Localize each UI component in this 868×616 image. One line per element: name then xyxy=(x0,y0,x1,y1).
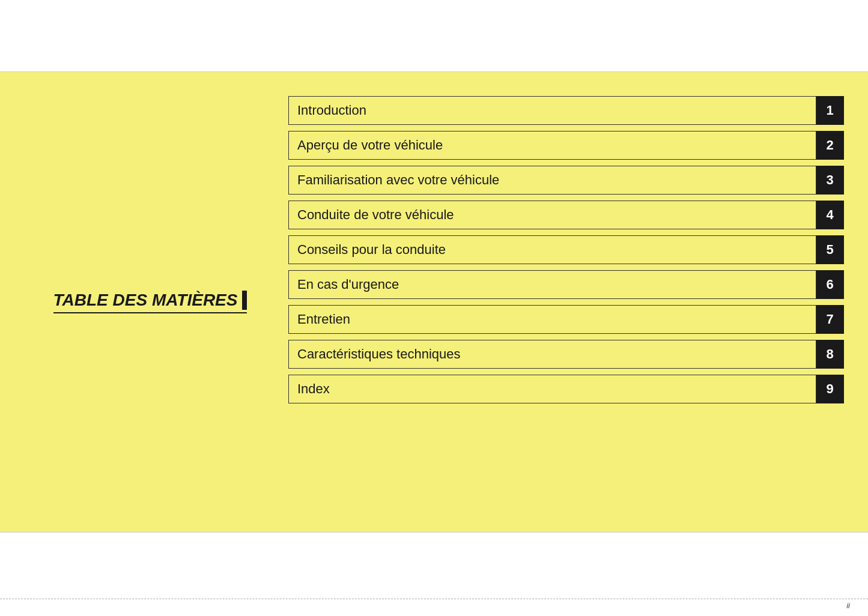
toc-entry-label[interactable]: Introduction xyxy=(288,96,816,125)
toc-entry-number[interactable]: 6 xyxy=(816,270,844,299)
toc-entry-label[interactable]: Index xyxy=(288,375,816,403)
toc-entry-label[interactable]: Aperçu de votre véhicule xyxy=(288,131,816,160)
toc-entry-number[interactable]: 5 xyxy=(816,235,844,264)
toc-entry-label[interactable]: Familiarisation avec votre véhicule xyxy=(288,166,816,195)
toc-list: Introduction1Aperçu de votre véhicule2Fa… xyxy=(288,90,844,514)
toc-row: Conseils pour la conduite5 xyxy=(288,235,844,264)
toc-row: Conduite de votre véhicule4 xyxy=(288,201,844,229)
toc-row: Caractéristiques techniques8 xyxy=(288,340,844,369)
toc-row: En cas d'urgence6 xyxy=(288,270,844,299)
toc-entry-label[interactable]: Entretien xyxy=(288,305,816,334)
table-title: TABLE DES MATIÈRES xyxy=(53,291,247,313)
main-content: TABLE DES MATIÈRES Introduction1Aperçu d… xyxy=(0,72,868,532)
toc-entry-label[interactable]: Conseils pour la conduite xyxy=(288,235,816,264)
bottom-area: ii xyxy=(0,532,868,616)
page-container: TABLE DES MATIÈRES Introduction1Aperçu d… xyxy=(0,0,868,616)
left-panel: TABLE DES MATIÈRES xyxy=(24,90,288,514)
toc-entry-number[interactable]: 4 xyxy=(816,201,844,229)
dashed-line xyxy=(0,599,868,599)
toc-entry-number[interactable]: 7 xyxy=(816,305,844,334)
toc-row: Entretien7 xyxy=(288,305,844,334)
toc-entry-number[interactable]: 1 xyxy=(816,96,844,125)
toc-entry-number[interactable]: 2 xyxy=(816,131,844,160)
page-number: ii xyxy=(846,601,850,610)
toc-row: Aperçu de votre véhicule2 xyxy=(288,131,844,160)
toc-row: Familiarisation avec votre véhicule3 xyxy=(288,166,844,195)
toc-row: Index9 xyxy=(288,375,844,403)
toc-entry-number[interactable]: 9 xyxy=(816,375,844,403)
toc-entry-label[interactable]: Caractéristiques techniques xyxy=(288,340,816,369)
toc-entry-label[interactable]: Conduite de votre véhicule xyxy=(288,201,816,229)
table-title-text: TABLE DES MATIÈRES xyxy=(53,291,238,310)
toc-entry-label[interactable]: En cas d'urgence xyxy=(288,270,816,299)
title-marker xyxy=(242,291,247,310)
toc-entry-number[interactable]: 8 xyxy=(816,340,844,369)
toc-row: Introduction1 xyxy=(288,96,844,125)
top-area xyxy=(0,0,868,72)
toc-entry-number[interactable]: 3 xyxy=(816,166,844,195)
